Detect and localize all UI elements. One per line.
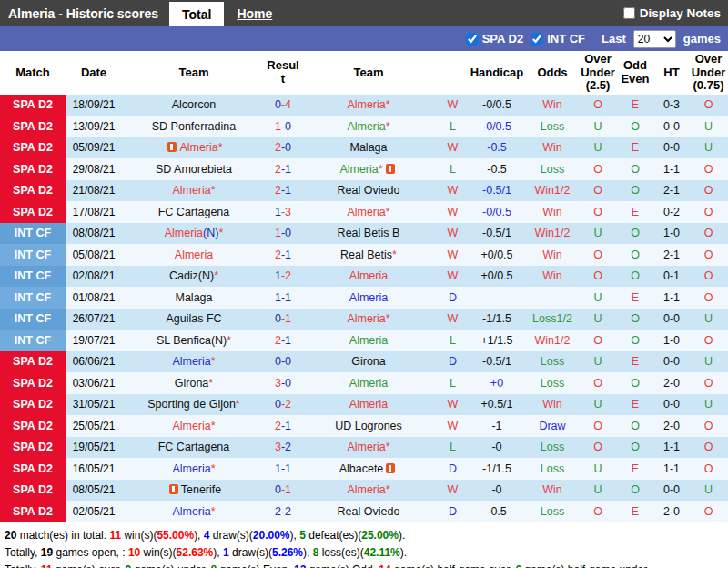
league-cell: SPA D2 — [0, 201, 66, 223]
home-score: 2 — [275, 248, 281, 261]
match-row: SPA D2 29/08/21 SD Amorebieta 2-1 Almeri… — [0, 158, 728, 180]
handicap-cell — [469, 287, 525, 309]
handicap-cell: -0.5/1 — [469, 180, 525, 202]
ht-cell: 0-3 — [654, 95, 689, 117]
ht-cell: 0-0 — [654, 394, 689, 416]
summary-segment: win(s)( — [121, 529, 157, 542]
away-score: -2 — [281, 269, 291, 282]
summary-segment: ), — [213, 546, 223, 559]
col-header-match: Match — [0, 51, 66, 95]
date-cell: 02/08/21 — [66, 266, 122, 288]
odd-even-cell: E — [616, 501, 654, 522]
home-score: 2 — [275, 184, 281, 197]
odd-even-cell: E — [616, 458, 654, 480]
summary-segment: 5 — [299, 529, 306, 542]
star-marker: * — [211, 420, 216, 432]
over-under-25-cell: U — [580, 223, 616, 245]
away-score: -1 — [281, 163, 291, 176]
handicap-cell: -0.5 — [469, 501, 525, 522]
col-header-odds: Odds — [525, 51, 580, 95]
over-under-25-cell: U — [580, 351, 616, 373]
int-cf-checkbox[interactable] — [531, 33, 543, 46]
summary-segment: ), — [303, 546, 313, 559]
display-notes-toggle: Display Notes — [623, 0, 728, 26]
col-header-wld — [437, 51, 469, 95]
result-letter-cell: L — [437, 116, 469, 137]
handicap-cell: -0 — [469, 437, 525, 459]
result-score-cell: 0-0 — [266, 351, 300, 373]
date-cell: 19/05/21 — [66, 437, 122, 459]
over-under-075-cell: O — [689, 330, 728, 351]
date-cell: 06/06/21 — [66, 351, 122, 373]
over-under-075-cell: O — [689, 180, 728, 202]
over-under-25-cell: U — [580, 394, 616, 416]
summary-segment: 20.00% — [253, 529, 290, 542]
spa-d2-checkbox[interactable] — [466, 33, 479, 46]
home-score: 1 — [275, 269, 281, 282]
home-score: 0 — [275, 398, 281, 411]
summary-segment: 42.11% — [364, 546, 400, 559]
team-name: Malaga — [176, 291, 213, 304]
away-team-cell: Real Betis* — [300, 244, 437, 266]
team-name: Malaga — [350, 141, 388, 154]
league-label: INT CF — [15, 312, 51, 325]
league-cell: SPA D2 — [0, 372, 66, 394]
odd-even-cell: E — [616, 201, 654, 223]
over-under-075-cell: O — [689, 415, 728, 437]
match-row: SPA D2 03/06/21 Girona* 3-0 Almeria L +0… — [0, 372, 728, 394]
handicap-cell: -0 — [469, 480, 525, 502]
away-team-cell: Almeria — [300, 394, 437, 416]
summary-segment: ), — [290, 529, 300, 542]
over-under-075-cell: O — [689, 501, 728, 522]
league-label: SPA D2 — [13, 420, 53, 432]
league-label: INT CF — [15, 269, 51, 282]
handicap-cell: +0.5/1 — [469, 394, 525, 416]
league-label: SPA D2 — [13, 398, 53, 411]
handicap-cell: -0.5 — [469, 158, 525, 180]
ht-cell: 1-0 — [654, 330, 689, 351]
odds-cell — [525, 287, 580, 309]
date-cell: 21/08/21 — [66, 180, 122, 202]
odd-even-cell: E — [616, 95, 654, 117]
odds-cell: Win1/2 — [525, 330, 580, 351]
result-letter-cell: W — [437, 309, 469, 330]
date-cell: 18/09/21 — [66, 95, 122, 117]
games-count-select[interactable]: 20 — [633, 30, 676, 48]
home-score: 1 — [275, 206, 281, 218]
result-letter-cell: D — [437, 501, 469, 522]
team-name: Almeria — [347, 441, 385, 453]
team-name: Real Oviedo — [338, 505, 400, 518]
home-score: 2 — [275, 163, 281, 176]
league-cell: INT CF — [0, 223, 66, 245]
home-score: 0 — [275, 483, 281, 496]
home-score: 1 — [275, 227, 281, 239]
home-score: 2 — [275, 420, 281, 432]
summary-segment: 14 — [379, 563, 390, 568]
odds-cell: Win — [525, 201, 580, 223]
match-row: SPA D2 06/06/21 Almeria* 0-0 Girona D -0… — [0, 351, 728, 373]
away-score: -1 — [281, 291, 291, 304]
home-team-cell: Alcorcon — [122, 95, 266, 117]
display-notes-checkbox[interactable] — [623, 7, 635, 19]
league-label: SPA D2 — [13, 441, 53, 453]
tab-home[interactable]: Home — [224, 0, 285, 26]
home-team-cell: Almeria* — [122, 415, 266, 437]
match-row: SPA D2 21/08/21 Almeria* 2-1 Real Oviedo… — [0, 180, 728, 202]
league-label: SPA D2 — [13, 120, 53, 133]
ht-cell: 1-1 — [654, 458, 689, 480]
summary-segment: win(s)( — [140, 546, 176, 559]
team-name: SL Benfica(N) — [157, 334, 227, 347]
home-team-cell: SD Ponferradina — [122, 116, 266, 137]
away-team-cell: Malaga — [300, 137, 437, 159]
over-under-075-cell: U — [689, 116, 728, 137]
team-name: Girona — [351, 355, 386, 368]
tab-total[interactable]: Total — [169, 2, 224, 26]
odds-cell: Win — [525, 137, 580, 159]
spa-d2-label: SPA D2 — [482, 32, 524, 46]
over-under-25-cell: O — [580, 158, 616, 180]
away-team-cell: Almeria — [300, 330, 437, 351]
over-under-075-cell: O — [689, 201, 728, 223]
odd-even-cell: O — [616, 437, 654, 459]
over-under-25-cell: U — [580, 287, 616, 309]
match-row: SPA D2 17/08/21 FC Cartagena 1-3 Almeria… — [0, 201, 728, 223]
